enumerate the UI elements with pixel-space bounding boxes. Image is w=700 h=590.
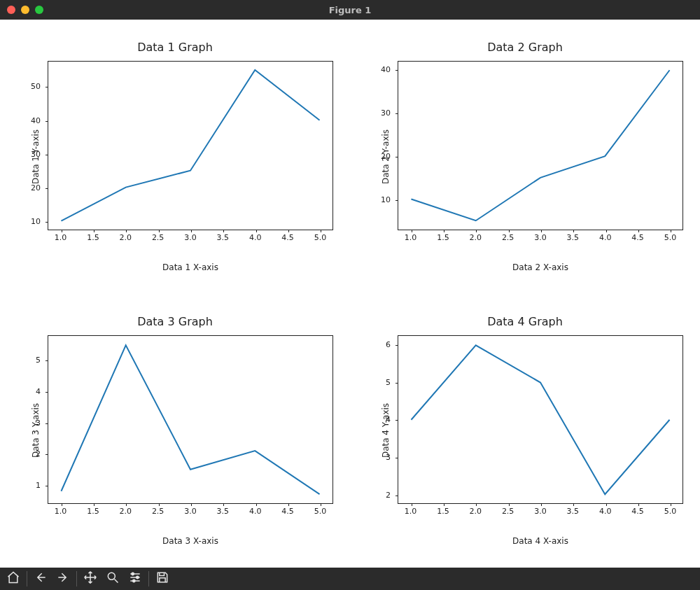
home-icon bbox=[6, 570, 20, 587]
data-line bbox=[48, 336, 332, 504]
sliders-icon bbox=[128, 570, 142, 587]
x-tick-label: 1.5 bbox=[87, 507, 99, 516]
x-tick-label: 1.0 bbox=[55, 233, 67, 242]
x-axis-label: Data 1 X-axis bbox=[48, 262, 333, 272]
toolbar-separator bbox=[76, 571, 77, 587]
search-icon bbox=[106, 570, 120, 587]
x-tick-label: 5.0 bbox=[664, 233, 677, 242]
x-tick-label: 3.0 bbox=[534, 233, 547, 242]
y-ticks: 23456 bbox=[357, 335, 395, 505]
x-tick-label: 2.5 bbox=[152, 507, 164, 516]
toolbar-separator bbox=[27, 571, 27, 587]
home-button[interactable] bbox=[3, 568, 24, 589]
y-tick-label: 2 bbox=[36, 449, 41, 458]
x-tick-label: 1.5 bbox=[437, 507, 449, 516]
arrow-left-icon bbox=[34, 570, 48, 587]
window-titlebar: Figure 1 bbox=[0, 0, 700, 20]
x-tick-label: 1.0 bbox=[55, 507, 67, 516]
chart-title: Data 3 Graph bbox=[7, 315, 343, 328]
x-tick-label: 5.0 bbox=[314, 233, 327, 242]
x-tick-label: 2.5 bbox=[502, 233, 514, 242]
x-tick-label: 4.5 bbox=[631, 233, 644, 242]
x-tick-label: 3.0 bbox=[184, 507, 197, 516]
configure-subplots-button[interactable] bbox=[125, 568, 146, 589]
x-tick-label: 3.5 bbox=[567, 233, 580, 242]
x-tick-label: 1.5 bbox=[87, 233, 99, 242]
x-tick-label: 1.0 bbox=[405, 233, 417, 242]
subplot-4: Data 4 GraphData 4 Y-axis234561.01.52.02… bbox=[357, 315, 693, 547]
x-tick-label: 1.5 bbox=[437, 233, 449, 242]
x-tick-label: 4.0 bbox=[249, 233, 262, 242]
svg-point-0 bbox=[108, 573, 115, 580]
y-tick-label: 10 bbox=[31, 217, 41, 226]
plot-area[interactable] bbox=[398, 61, 683, 230]
svg-point-1 bbox=[132, 573, 134, 575]
x-tick-label: 2.5 bbox=[502, 507, 514, 516]
data-line bbox=[398, 336, 682, 504]
x-ticks: 1.01.52.02.53.03.54.04.55.0 bbox=[398, 507, 683, 518]
x-axis-label: Data 4 X-axis bbox=[398, 536, 683, 546]
subplot-1: Data 1 GraphData 1 Y-axis10203040501.01.… bbox=[7, 41, 343, 273]
plot-box: Data 3 Y-axis123451.01.52.02.53.03.54.04… bbox=[7, 332, 343, 530]
x-axis-label: Data 3 X-axis bbox=[48, 536, 333, 546]
y-tick-label: 10 bbox=[381, 195, 391, 204]
chart-title: Data 4 Graph bbox=[357, 315, 693, 328]
subplot-grid: Data 1 GraphData 1 Y-axis10203040501.01.… bbox=[0, 20, 700, 568]
back-button[interactable] bbox=[30, 568, 51, 589]
x-tick-label: 4.5 bbox=[631, 507, 644, 516]
x-tick-label: 5.0 bbox=[314, 507, 327, 516]
chart-title: Data 1 Graph bbox=[7, 41, 343, 54]
x-tick-label: 4.0 bbox=[249, 507, 262, 516]
pan-button[interactable] bbox=[80, 568, 101, 589]
x-tick-label: 3.0 bbox=[184, 233, 197, 242]
zoom-button[interactable] bbox=[102, 568, 123, 589]
x-ticks: 1.01.52.02.53.03.54.04.55.0 bbox=[398, 233, 683, 244]
plot-area[interactable] bbox=[398, 335, 683, 505]
y-tick-label: 2 bbox=[386, 490, 391, 499]
plot-area[interactable] bbox=[48, 335, 333, 505]
x-ticks: 1.01.52.02.53.03.54.04.55.0 bbox=[48, 507, 333, 518]
subplot-2: Data 2 GraphData 2 Y-axis102030401.01.52… bbox=[357, 41, 693, 273]
x-tick-label: 3.5 bbox=[567, 507, 580, 516]
arrow-right-icon bbox=[56, 570, 70, 587]
x-tick-label: 5.0 bbox=[664, 507, 677, 516]
y-tick-label: 40 bbox=[381, 65, 391, 74]
svg-point-2 bbox=[136, 576, 139, 578]
y-tick-label: 4 bbox=[36, 387, 41, 396]
save-button[interactable] bbox=[152, 568, 173, 589]
plot-box: Data 4 Y-axis234561.01.52.02.53.03.54.04… bbox=[357, 332, 693, 530]
chart-title: Data 2 Graph bbox=[357, 41, 693, 54]
data-line bbox=[48, 62, 332, 230]
x-axis-label: Data 2 X-axis bbox=[398, 262, 683, 272]
toolbar-separator bbox=[148, 571, 149, 587]
subplot-3: Data 3 GraphData 3 Y-axis123451.01.52.02… bbox=[7, 315, 343, 547]
y-tick-label: 6 bbox=[386, 339, 391, 349]
matplotlib-toolbar bbox=[0, 568, 700, 590]
x-tick-label: 2.0 bbox=[120, 507, 132, 516]
x-tick-label: 2.0 bbox=[120, 233, 132, 242]
forward-button[interactable] bbox=[52, 568, 74, 589]
move-icon bbox=[83, 570, 97, 587]
figure-canvas: Data 1 GraphData 1 Y-axis10203040501.01.… bbox=[0, 20, 700, 568]
x-tick-label: 3.5 bbox=[217, 507, 230, 516]
y-tick-label: 40 bbox=[31, 115, 41, 125]
y-tick-label: 20 bbox=[31, 183, 41, 192]
x-tick-label: 3.0 bbox=[534, 507, 547, 516]
y-ticks: 12345 bbox=[7, 335, 45, 505]
plot-box: Data 1 Y-axis10203040501.01.52.02.53.03.… bbox=[7, 58, 343, 255]
window-title: Figure 1 bbox=[0, 5, 700, 15]
x-tick-label: 3.5 bbox=[217, 233, 230, 242]
plot-area[interactable] bbox=[48, 61, 333, 230]
x-ticks: 1.01.52.02.53.03.54.04.55.0 bbox=[48, 233, 333, 244]
x-tick-label: 1.0 bbox=[405, 507, 417, 516]
y-tick-label: 3 bbox=[386, 452, 391, 461]
x-tick-label: 4.5 bbox=[281, 233, 294, 242]
y-ticks: 10203040 bbox=[357, 61, 395, 230]
y-tick-label: 30 bbox=[381, 108, 391, 118]
save-icon bbox=[155, 570, 169, 587]
y-tick-label: 4 bbox=[386, 415, 391, 424]
y-tick-label: 3 bbox=[36, 418, 41, 427]
plot-box: Data 2 Y-axis102030401.01.52.02.53.03.54… bbox=[357, 58, 693, 255]
svg-point-3 bbox=[133, 580, 135, 582]
x-tick-label: 4.5 bbox=[281, 507, 294, 516]
